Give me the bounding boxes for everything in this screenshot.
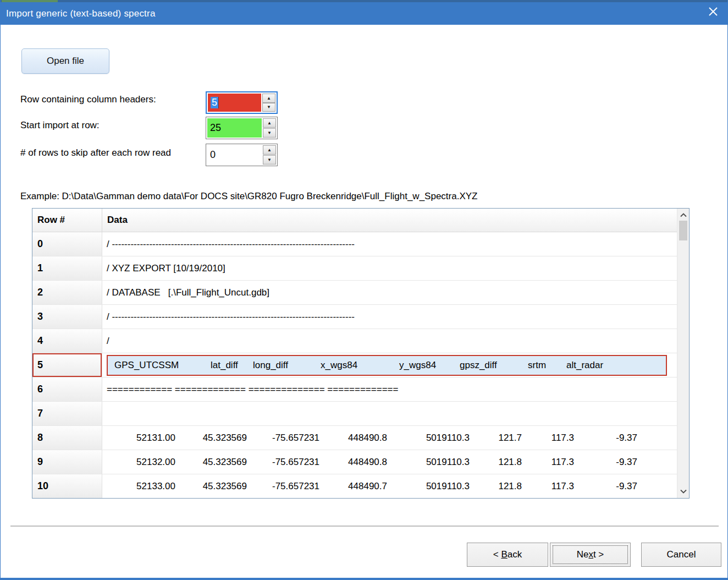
row-number-cell[interactable]: 6 [32,377,102,401]
data-value: alt_radar [566,360,632,371]
row-data-cell[interactable]: GPS_UTCSSMlat_difflong_diffx_wgs84y_wgs8… [102,353,677,377]
data-value: GPS_UTCSSM [114,360,211,371]
column-header-data: Data [102,209,677,232]
table-row[interactable]: 7 [32,402,677,426]
data-text: / --------------------------------------… [107,239,355,250]
spin-down-icon[interactable]: ▼ [262,103,275,112]
scrollbar-up-button[interactable] [677,210,689,221]
spin-up-icon[interactable]: ▲ [262,94,275,103]
data-value: 45.323569 [175,481,247,492]
row-number-cell[interactable]: 0 [32,232,102,256]
row-number: 1 [32,262,43,274]
row-data-cell[interactable] [102,402,677,425]
chevron-up-icon [680,213,687,217]
data-value: -75.657231 [247,457,319,468]
row-number-cell[interactable]: 5 [32,353,102,377]
start-row-spin-buttons: ▲ ▼ [262,118,276,138]
row-data-cell[interactable]: / --------------------------------------… [102,305,677,329]
table-header-row: Row # Data [32,209,677,232]
import-spectra-dialog: Import generic (text-based) spectra Open… [0,0,728,580]
cancel-button[interactable]: Cancel [641,543,721,567]
data-value: -75.657231 [247,481,319,492]
row-data-cell[interactable]: 52132.0045.323569-75.657231448490.850191… [102,450,677,474]
back-button[interactable]: < Back [467,543,548,567]
data-value: 52133.00 [107,481,175,492]
title-bar: Import generic (text-based) spectra [1,2,727,25]
row-number: 10 [32,480,48,492]
table-row[interactable]: 952132.0045.323569-75.657231448490.85019… [32,450,677,474]
table-body: 0/ -------------------------------------… [32,232,677,499]
row-number: 0 [32,238,43,250]
row-data-cell[interactable]: / DATABASE [.\Full_Flight_Uncut.gdb] [102,281,677,304]
example-path-text: Example: D:\Data\Gamman demo data\For DO… [20,191,477,202]
header-row-spinner[interactable]: 5 ▲ ▼ [206,91,278,114]
table-row[interactable]: 2/ DATABASE [.\Full_Flight_Uncut.gdb] [32,281,677,305]
data-value: 117.3 [522,433,574,444]
vertical-scrollbar[interactable] [677,209,689,498]
table-row[interactable]: 1052133.0045.323569-75.657231448490.7501… [32,474,677,499]
table-row[interactable]: 852131.0045.323569-75.657231448490.85019… [32,426,677,450]
table-row[interactable]: 1/ XYZ EXPORT [10/19/2010] [32,256,677,281]
data-value: 121.8 [470,457,522,468]
row-number: 2 [32,287,43,298]
row-number: 6 [32,384,43,395]
spin-down-icon[interactable]: ▼ [263,155,276,165]
spin-up-icon[interactable]: ▲ [263,118,276,128]
skip-rows-spinner[interactable]: 0 ▲ ▼ [206,144,278,166]
table-row[interactable]: 5GPS_UTCSSMlat_difflong_diffx_wgs84y_wgs… [32,353,677,377]
close-icon [707,6,719,18]
header-row-label: Row containing column headers: [20,94,156,105]
data-text: / XYZ EXPORT [10/19/2010] [107,263,225,274]
row-number-cell[interactable]: 1 [32,256,102,280]
data-value: long_diff [253,360,321,371]
row-number-cell[interactable]: 4 [32,329,102,353]
chevron-down-icon [680,489,687,494]
row-data-cell[interactable]: / [102,329,677,353]
row-data-cell[interactable]: ============ ============= =============… [102,377,677,401]
row-number-cell[interactable]: 8 [32,426,102,450]
data-value: y_wgs84 [399,360,460,371]
spin-down-icon[interactable]: ▼ [263,128,276,138]
close-button[interactable] [707,5,720,18]
start-row-value-field[interactable]: 25 [207,118,262,138]
data-value: 52131.00 [107,433,175,444]
table-row[interactable]: 4/ [32,329,677,353]
header-row-value-field[interactable]: 5 [208,94,261,112]
data-value: -9.37 [574,481,637,492]
scrollbar-thumb[interactable] [679,221,687,240]
scrollbar-down-button[interactable] [677,486,689,497]
row-number: 7 [32,408,43,419]
data-value: 5019110.3 [387,481,470,492]
data-text: ============ ============= =============… [107,384,398,395]
table-row[interactable]: 0/ -------------------------------------… [32,232,677,256]
data-value: -9.37 [574,433,637,444]
row-data-cell[interactable]: / --------------------------------------… [102,232,677,256]
row-number-cell[interactable]: 3 [32,305,102,329]
skip-rows-label: # of rows to skip after each row read [20,146,194,160]
data-value: 121.8 [470,481,522,492]
next-button[interactable]: Next > [550,543,631,567]
row-number: 4 [32,335,43,347]
row-number-cell[interactable]: 7 [32,402,102,425]
skip-rows-spin-buttons: ▲ ▼ [262,145,276,165]
row-number: 3 [32,311,43,322]
data-value: 117.3 [522,481,574,492]
row-number-cell[interactable]: 9 [32,450,102,474]
data-value: -9.37 [574,457,637,468]
row-data-cell[interactable]: / XYZ EXPORT [10/19/2010] [102,256,677,280]
open-file-button[interactable]: Open file [21,48,109,74]
column-header-row-number: Row # [32,209,102,232]
table-row[interactable]: 3/ -------------------------------------… [32,305,677,329]
data-value: 52132.00 [107,457,175,468]
row-data-cell[interactable]: 52131.0045.323569-75.657231448490.850191… [102,426,677,450]
spin-up-icon[interactable]: ▲ [263,145,276,155]
start-row-spinner[interactable]: 25 ▲ ▼ [206,117,278,139]
skip-rows-value-field[interactable]: 0 [207,145,262,165]
row-data-cell[interactable]: 52133.0045.323569-75.657231448490.750191… [102,474,677,498]
row-number-cell[interactable]: 10 [32,474,102,498]
selected-header-row-highlight: GPS_UTCSSMlat_difflong_diffx_wgs84y_wgs8… [107,355,667,376]
row-number-cell[interactable]: 2 [32,281,102,304]
data-value: -75.657231 [247,433,319,444]
selected-value: 5 [211,97,219,108]
table-row[interactable]: 6============ ============= ============… [32,377,677,402]
